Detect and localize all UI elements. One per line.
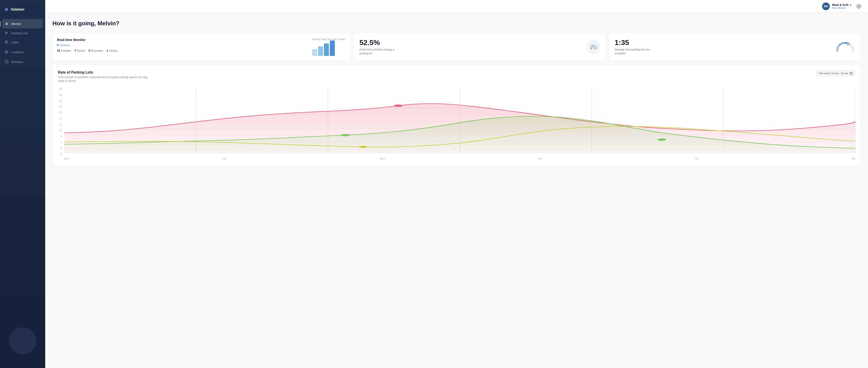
sidebar-item-business-label: Business [11, 60, 23, 64]
activity-label: Activity Over The Last 5 Hours [312, 38, 346, 40]
stat-available: 10 Available [57, 49, 71, 52]
time-card: 1:35 Average time parking lots are occup… [609, 33, 861, 60]
svg-point-9 [591, 48, 592, 49]
svg-point-2 [6, 51, 7, 52]
locations-icon [4, 50, 8, 54]
page-greeting: How is it going, Melvin? [53, 20, 861, 27]
branch-name: Meat & Grill ▾ [832, 3, 851, 6]
branch-sub: Main Branch [832, 6, 851, 9]
stat-requested: 3 Requested [88, 49, 103, 52]
updating-text: Updating [60, 44, 70, 47]
occupancy-text: 52.5% of the time vehicles occupy a park… [360, 38, 396, 55]
bar-3 [324, 44, 329, 56]
car-icon-circle [587, 40, 600, 54]
time-text: 1:35 Average time parking lots are occup… [615, 38, 651, 55]
parking-rate-chart: Rate of Parking Lots Total number of ava… [53, 65, 861, 165]
bar-1 [312, 49, 317, 56]
logo-area: ❋ Valeteer [0, 4, 45, 19]
header: MG Meat & Grill ▾ Main Branch [45, 0, 868, 13]
sidebar: ❋ Valeteer ⊞ Monitor P Parking Lots User… [0, 0, 45, 368]
branch-info: Meat & Grill ▾ Main Branch [832, 3, 851, 9]
svg-rect-15 [850, 72, 852, 75]
content-area: How is it going, Melvin? Real-time Monit… [45, 13, 868, 368]
branch-name-text: Meat & Grill [832, 3, 848, 6]
svg-point-0 [5, 41, 6, 42]
date-range-text: This week: 14 Jan - 19 Jan [819, 72, 848, 75]
chart-title: Rate of Parking Lots [58, 70, 148, 75]
branch-chevron-icon: ▾ [850, 4, 851, 6]
svg-rect-3 [5, 61, 8, 63]
updating-dot [57, 44, 59, 46]
chart-header: Rate of Parking Lots Total number of ava… [58, 70, 855, 83]
x-axis: Mon Tue Wed Thu Fri Sat [64, 157, 855, 160]
y-axis: 0 3 6 9 12 15 17 20 23 26 29 30 [58, 88, 64, 155]
sidebar-item-users[interactable]: Users [0, 37, 45, 47]
bar-2 [318, 47, 323, 56]
svg-point-14 [848, 45, 849, 46]
sidebar-item-monitor[interactable]: ⊞ Monitor [2, 19, 43, 29]
gauge-visual [835, 39, 855, 54]
stat-parking: 1 Parking [106, 49, 117, 52]
svg-point-4 [858, 6, 860, 7]
parking-icon: P [4, 31, 8, 35]
monitor-icon: ⊞ [4, 22, 8, 26]
occupancy-card: 52.5% of the time vehicles occupy a park… [354, 33, 606, 60]
chart-svg [64, 88, 855, 155]
stats-row: 10 Available 7 Parked 3 Requested [57, 49, 117, 52]
sidebar-item-users-label: Users [11, 41, 19, 44]
logo-icon: ❋ [4, 7, 8, 12]
branch-avatar: MG [822, 2, 830, 10]
chart-dot-green1 [341, 134, 350, 136]
chart-plot-area: Mon Tue Wed Thu Fri Sat [64, 88, 855, 160]
time-value: 1:35 [615, 38, 651, 47]
occupancy-value: 52.5% [360, 38, 396, 47]
sidebar-item-parking-lots[interactable]: P Parking Lots [0, 29, 45, 37]
updating-badge: Updating [57, 44, 70, 47]
sidebar-item-parking-label: Parking Lots [11, 31, 28, 35]
chart-dot-yellow1 [359, 146, 368, 148]
svg-point-11 [595, 48, 596, 49]
chart-description: Total number of available, requested and… [58, 75, 148, 83]
chart-dot-green2 [657, 139, 666, 141]
occupancy-desc: of the time vehicles occupy a parking lo… [360, 48, 396, 55]
svg-rect-6 [592, 45, 593, 46]
sidebar-item-locations[interactable]: Locations [0, 47, 45, 57]
stat-parked: 7 Parked [74, 49, 85, 52]
sidebar-item-monitor-label: Monitor [11, 22, 21, 26]
date-range-badge[interactable]: This week: 14 Jan - 19 Jan [816, 70, 855, 76]
cards-row: Real-time Monitor Updating 10 Available [53, 33, 861, 60]
users-icon [4, 40, 8, 45]
bar-4 [330, 40, 335, 56]
svg-point-13 [847, 45, 848, 46]
gauge-svg [835, 39, 855, 53]
svg-rect-7 [594, 45, 595, 46]
calendar-icon [850, 72, 853, 75]
sidebar-item-business[interactable]: Business [0, 57, 45, 67]
chart-header-left: Rate of Parking Lots Total number of ava… [58, 70, 148, 83]
settings-icon[interactable] [855, 2, 863, 10]
logo-text: Valeteer [11, 7, 24, 11]
main-area: MG Meat & Grill ▾ Main Branch How is it … [45, 0, 868, 368]
chart-dot-pink [394, 105, 403, 107]
realtime-monitor-card: Real-time Monitor Updating 10 Available [53, 33, 350, 60]
chart-body: 0 3 6 9 12 15 17 20 23 26 29 30 [58, 88, 855, 160]
branch-selector[interactable]: MG Meat & Grill ▾ Main Branch [822, 2, 851, 10]
svg-point-1 [5, 50, 8, 53]
sidebar-item-locations-label: Locations [11, 51, 24, 54]
time-desc: Average time parking lots are occupied. [615, 48, 651, 55]
car-visual [587, 40, 600, 54]
mini-bar-chart [312, 42, 346, 56]
business-icon [4, 60, 8, 64]
realtime-title: Real-time Monitor [57, 38, 117, 41]
